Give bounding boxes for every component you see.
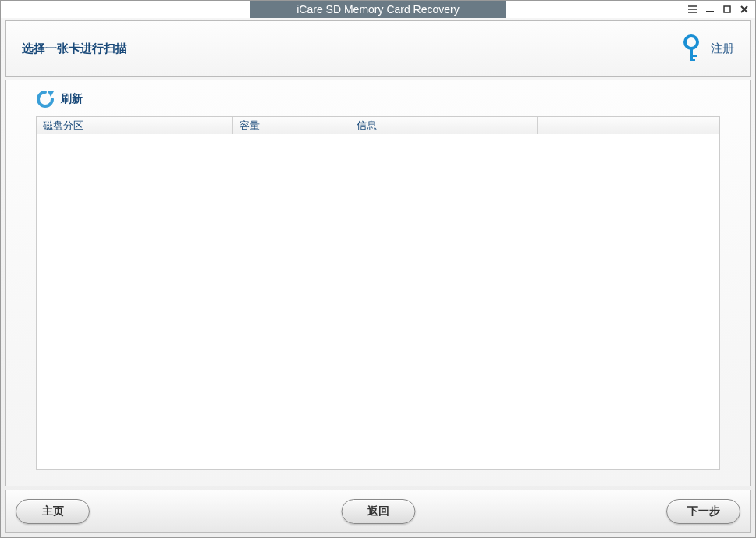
column-capacity[interactable]: 容量 xyxy=(233,117,350,134)
back-button[interactable]: 返回 xyxy=(341,499,415,524)
window-controls xyxy=(688,5,749,14)
column-partition[interactable]: 磁盘分区 xyxy=(37,117,233,134)
home-button[interactable]: 主页 xyxy=(16,499,90,524)
window-title: iCare SD Memory Card Recovery xyxy=(250,1,506,18)
column-info[interactable]: 信息 xyxy=(350,117,538,134)
disk-table: 磁盘分区 容量 信息 xyxy=(36,116,720,470)
refresh-button[interactable]: 刷新 xyxy=(36,90,720,109)
svg-marker-11 xyxy=(48,91,54,97)
page-title: 选择一张卡进行扫描 xyxy=(22,41,127,56)
refresh-icon xyxy=(36,90,55,109)
menu-icon[interactable] xyxy=(688,5,697,14)
maximize-icon[interactable] xyxy=(722,5,732,14)
key-icon xyxy=(681,34,701,62)
svg-rect-10 xyxy=(690,59,695,61)
minimize-icon[interactable] xyxy=(705,5,715,14)
close-icon[interactable] xyxy=(740,5,749,14)
header-panel: 选择一张卡进行扫描 注册 xyxy=(5,20,751,77)
title-bar: iCare SD Memory Card Recovery xyxy=(1,1,755,18)
register-label: 注册 xyxy=(711,41,734,56)
next-button[interactable]: 下一步 xyxy=(666,499,740,524)
main-content: 刷新 磁盘分区 容量 信息 xyxy=(5,80,751,486)
app-window: iCare SD Memory Card Recovery 选择一张卡进行扫描 xyxy=(0,0,756,538)
register-button[interactable]: 注册 xyxy=(681,34,734,62)
svg-rect-4 xyxy=(724,6,730,12)
table-header: 磁盘分区 容量 信息 xyxy=(37,117,719,134)
column-extra[interactable] xyxy=(538,117,719,134)
footer-panel: 主页 返回 下一步 xyxy=(5,490,751,533)
svg-rect-9 xyxy=(690,55,697,57)
svg-point-7 xyxy=(685,36,697,48)
refresh-label: 刷新 xyxy=(61,92,83,106)
table-body[interactable] xyxy=(37,134,719,469)
